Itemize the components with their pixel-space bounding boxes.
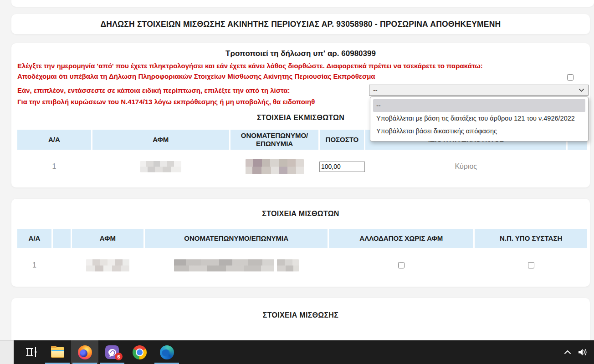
chevron-up-icon: [564, 350, 571, 354]
lessor-afm-redacted: [92, 154, 229, 179]
page-title: ΔΗΛΩΣΗ ΣΤΟΙΧΕΙΩΝ ΜΙΣΘΩΣΗΣ ΑΚΙΝΗΤΗΣ ΠΕΡΙΟ…: [101, 20, 501, 29]
lessees-header-index: Α/Α: [17, 229, 51, 248]
lessors-table-row: 1 Κύριος: [17, 154, 587, 179]
taskbar-chrome-button[interactable]: [126, 340, 153, 364]
warning-check-date: Ελέγξτε την ημερομηνία 'από' που έχετε π…: [17, 62, 483, 70]
lessor-capacity: Κύριος: [365, 154, 566, 179]
dropdown-option-court[interactable]: Υποβάλλεται βάσει δικαστικής απόφασης: [370, 125, 588, 137]
taskbar-task-view-button[interactable]: [18, 340, 44, 364]
lease-section-title: ΣΤΟΙΧΕΙΑ ΜΙΣΘΩΣΗΣ: [11, 311, 590, 319]
desktop-edge-strip: [0, 340, 14, 364]
lessees-panel: ΣΤΟΙΧΕΙΑ ΜΙΣΘΩΤΩΝ Α/Α ΑΦΜ ΟΝΟΜΑΤΕΠΩΝΥΜΟ/…: [11, 199, 590, 287]
edge-icon: [160, 345, 174, 359]
viber-notification-badge: 6: [115, 353, 123, 360]
lessee-afm-redacted: [72, 252, 143, 278]
redaction-blur: [246, 159, 304, 174]
firefox-icon: [78, 345, 92, 359]
file-explorer-icon: [51, 347, 64, 358]
dropdown-option-empty[interactable]: --: [373, 99, 585, 112]
special-case-select[interactable]: --: [369, 85, 589, 96]
late-submission-checkbox[interactable]: [567, 74, 574, 81]
percentage-input[interactable]: [319, 162, 365, 172]
taskbar-file-explorer-button[interactable]: [44, 340, 71, 364]
taskbar-viber-button[interactable]: 6: [98, 340, 126, 364]
lessees-section-title: ΣΤΟΙΧΕΙΑ ΜΙΣΘΩΤΩΝ: [11, 210, 590, 218]
lessees-table-row: 1: [17, 252, 587, 278]
lessee-index: 1: [17, 252, 51, 278]
task-view-icon: [24, 345, 38, 359]
volume-button[interactable]: [578, 348, 588, 356]
select-value: --: [373, 86, 378, 94]
lessors-header-index: Α/Α: [17, 130, 91, 150]
speaker-icon: [578, 348, 588, 356]
dropdown-options-list: -- Υποβάλλεται με βάση τις διατάξεις του…: [370, 96, 589, 142]
lessors-header-afm: ΑΦΜ: [92, 130, 229, 150]
lessees-table-header: Α/Α ΑΦΜ ΟΝΟΜΑΤΕΠΩΝΥΜΟ/ΕΠΩΝΥΜΙΑ ΑΛΛΟΔΑΠΟΣ…: [17, 229, 587, 248]
show-hidden-icons-button[interactable]: [564, 350, 571, 354]
lessee-foreign-cell: [329, 252, 473, 278]
warning-special-case: Εάν, επιπλέον, εντάσσεστε σε κάποια ειδι…: [17, 86, 290, 94]
windows-taskbar: 6: [0, 340, 594, 364]
special-case-dropdown: -- -- Υποβάλλεται με βάση τις διατάξεις …: [369, 85, 589, 142]
lessee-name-redacted: [145, 252, 328, 278]
redaction-blur: [174, 259, 274, 272]
lessor-name-redacted: [230, 154, 319, 179]
declaration-title-panel: ΔΗΛΩΣΗ ΣΤΟΙΧΕΙΩΝ ΜΙΣΘΩΣΗΣ ΑΚΙΝΗΤΗΣ ΠΕΡΙΟ…: [11, 14, 590, 34]
lessees-header-foreign: ΑΛΛΟΔΑΠΟΣ ΧΩΡΙΣ ΑΦΜ: [329, 229, 473, 248]
redaction-blur: [86, 259, 129, 272]
lessees-header-np: Ν.Π. ΥΠΟ ΣΥΣΤΑΣΗ: [475, 229, 587, 248]
scrolled-panel-remnant: [11, 0, 594, 7]
lessees-header-afm: ΑΦΜ: [72, 229, 143, 248]
amendment-subtitle: Τροποποιεί τη δήλωση υπ' αρ. 60980399: [11, 49, 590, 58]
lessor-index: 1: [17, 154, 91, 179]
warning-penalties: Για την επιβολή κυρώσεων του Ν.4174/13 λ…: [17, 98, 315, 106]
taskbar-firefox-button[interactable]: [71, 340, 98, 364]
foreign-without-afm-checkbox[interactable]: [398, 262, 405, 268]
taskbar-edge-button[interactable]: [153, 340, 180, 364]
redaction-blur: [140, 161, 181, 172]
chrome-icon: [133, 345, 147, 359]
dropdown-option-article121[interactable]: Υποβάλλεται με βάση τις διατάξεις του άρ…: [370, 112, 588, 125]
warning-accept-late: Αποδέχομαι ότι υπέβαλα τη Δήλωση Πληροφο…: [17, 72, 375, 80]
lessors-header-name: ΟΝΟΜΑΤΕΠΩΝΥΜΟ/ ΕΠΩΝΥΜΙΑ: [230, 130, 319, 150]
viber-icon: 6: [105, 345, 119, 359]
chevron-down-icon: [579, 88, 584, 92]
lessees-header-name: ΟΝΟΜΑΤΕΠΩΝΥΜΟ/ΕΠΩΝΥΜΙΑ: [145, 229, 328, 248]
lessor-percentage-cell: [320, 154, 364, 179]
np-under-formation-checkbox[interactable]: [528, 262, 534, 268]
lessees-header-blank: [53, 229, 71, 248]
lessee-np-cell: [475, 252, 587, 278]
redaction-blur: [277, 259, 299, 272]
lessors-header-percentage: ΠΟΣΟΣΤΟ: [320, 130, 364, 150]
